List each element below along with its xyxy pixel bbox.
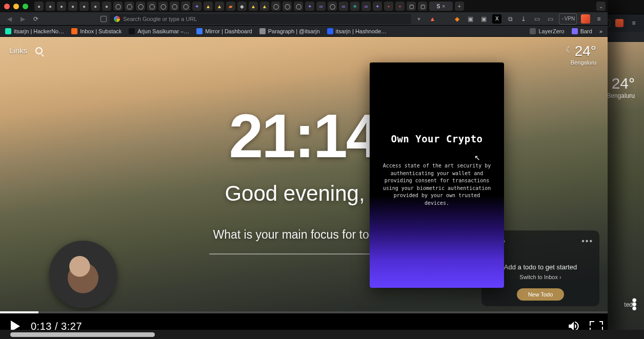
crypto-extension-popover[interactable]: Own Your Crypto Access state of the art … <box>370 62 504 288</box>
shiled-icon[interactable]: ▾ <box>414 14 424 24</box>
bookmark-overflow[interactable]: » <box>599 28 602 34</box>
tab-favicon[interactable]: ▢ <box>407 2 416 11</box>
bookmark-item[interactable]: Arjun Sasikumar –… <box>129 28 189 34</box>
bookmark-label: itsarjn | HackerNo… <box>14 28 64 34</box>
cursor-icon: ↖ <box>474 154 480 162</box>
tab-favicon[interactable]: ● <box>34 2 44 11</box>
links-bar: Links <box>9 46 43 55</box>
horizontal-scrollbar[interactable] <box>0 330 644 339</box>
tab-favicon[interactable]: ◯ <box>158 2 168 11</box>
bookmark-folder[interactable]: LayerZero <box>530 28 564 34</box>
wallet-icon[interactable]: ▭ <box>532 14 541 24</box>
bookmark-item[interactable]: itsarjn | Hashnode… <box>327 28 387 34</box>
address-bar[interactable]: Search Google or type a URL <box>110 14 411 24</box>
bookmark-item[interactable]: Bard <box>572 28 592 34</box>
bookmark-item[interactable]: Paragraph | @itsarjn <box>259 28 320 34</box>
fullscreen-button[interactable] <box>585 322 608 330</box>
tab-favicon[interactable]: ▲ <box>204 2 213 11</box>
back-button[interactable]: ◀ <box>4 14 14 24</box>
tab-favicon[interactable]: ▲ <box>249 2 258 11</box>
tab-favicon[interactable]: ▪ <box>395 2 405 11</box>
toolbar-actions: ▾ ▲ ◆ ▣ ▣ X ⧉ ⤓ ▭ ▭ ◦ VPN ≡ <box>414 13 603 25</box>
tab-favicon[interactable]: ∞ <box>361 2 371 11</box>
tab-favicon[interactable]: ● <box>91 2 100 11</box>
tab-favicon[interactable]: ◯ <box>136 2 145 11</box>
window-maximize-icon[interactable] <box>23 4 28 9</box>
temperature-value: 24° <box>612 75 635 92</box>
inner-tabstrip: ● ● ● ● ● ● ● ◯ ◯ ◯ ◯ ◯ ◯ ◯ ✦ ▲ ▲ ▰ ◆ ▲ … <box>0 0 608 12</box>
scrollbar-thumb[interactable] <box>10 332 155 337</box>
window-minimize-icon[interactable] <box>13 4 19 9</box>
tab-favicon[interactable]: ✦ <box>305 2 314 11</box>
sidebar-toggle-icon[interactable] <box>100 16 107 22</box>
ext-metamask-icon[interactable]: ◆ <box>452 14 461 24</box>
tab-add[interactable]: + <box>455 2 464 11</box>
tab-favicon[interactable]: ◯ <box>125 2 134 11</box>
tab-favicon[interactable]: ◯ <box>328 2 337 11</box>
tab-selected[interactable]: S × <box>429 2 453 11</box>
bookmark-item[interactable]: Inbox | Substack <box>71 28 122 34</box>
tab-favicon[interactable]: ● <box>79 2 89 11</box>
tab-favicon[interactable]: ● <box>46 2 55 11</box>
tab-favicon[interactable]: ▲ <box>215 2 224 11</box>
tab-favicon[interactable]: ◯ <box>271 2 280 11</box>
tab-favicon[interactable]: ◯ <box>294 2 303 11</box>
new-todo-button[interactable]: New Todo <box>517 288 564 301</box>
favicon-icon <box>572 28 578 34</box>
popover-body: Access state of the art security by auth… <box>380 162 494 207</box>
reload-button[interactable]: ⟳ <box>31 14 41 24</box>
tab-favicon[interactable]: ◯ <box>181 2 190 11</box>
chevron-down-icon: ⌄ <box>599 4 603 9</box>
tab-favicon[interactable]: ▪ <box>384 2 393 11</box>
tab-favicon[interactable]: ▲ <box>260 2 269 11</box>
tab-favicon[interactable]: ◯ <box>113 2 123 11</box>
menu-button[interactable]: ≡ <box>629 18 639 28</box>
tab-favicon[interactable]: ◯ <box>170 2 179 11</box>
clock-time: 21:14 <box>229 100 379 171</box>
forward-button[interactable]: ▶ <box>17 14 28 24</box>
search-icon[interactable] <box>35 47 43 54</box>
window-icon[interactable]: ▭ <box>546 14 555 24</box>
greeting-text: Good evening, a <box>225 181 383 206</box>
bookmark-label: Paragraph | @itsarjn <box>268 28 320 34</box>
weather-city: Bengaluru <box>566 59 596 66</box>
download-icon[interactable]: ⤓ <box>519 14 528 24</box>
tab-favicon[interactable]: ● <box>68 2 77 11</box>
tab-favicon[interactable]: ● <box>102 2 111 11</box>
tab-favicon[interactable]: ✦ <box>192 2 202 11</box>
tab-favicon[interactable]: ∞ <box>339 2 348 11</box>
brave-shield-icon[interactable]: ▲ <box>428 14 437 24</box>
bookmark-item[interactable]: itsarjn | HackerNo… <box>5 28 64 34</box>
tab-favicon[interactable]: ◯ <box>283 2 292 11</box>
links-menu[interactable]: Links <box>9 46 27 55</box>
tab-favicon[interactable]: ✳ <box>350 2 359 11</box>
tab-favicon[interactable]: ◆ <box>237 2 247 11</box>
weather-widget[interactable]: ☾24° Bengaluru <box>566 43 596 66</box>
close-icon[interactable]: × <box>442 3 445 9</box>
tab-overflow[interactable]: ⌄ <box>596 2 606 11</box>
address-placeholder: Search Google or type a URL <box>123 16 197 22</box>
avatar[interactable] <box>49 241 117 308</box>
bookmark-item[interactable]: Mirror | Dashboard <box>196 28 252 34</box>
extensions-icon[interactable]: ⧉ <box>506 14 515 24</box>
tab-favicon[interactable]: ▢ <box>418 2 427 11</box>
traffic-lights <box>2 4 32 9</box>
video-overflow-menu[interactable]: ••• <box>632 298 637 310</box>
ext-icon[interactable]: ▣ <box>479 14 488 24</box>
vpn-badge[interactable]: ◦ VPN <box>559 13 577 25</box>
tab-favicon[interactable]: ◯ <box>147 2 156 11</box>
favicon-icon <box>259 28 266 34</box>
tab-favicon[interactable]: ● <box>57 2 66 11</box>
brave-icon[interactable] <box>615 19 623 27</box>
tab-favicon[interactable]: ▰ <box>226 2 235 11</box>
ext-icon[interactable]: ▣ <box>466 14 475 24</box>
menu-button[interactable]: ≡ <box>594 14 603 24</box>
tab-favicon[interactable]: ∞ <box>316 2 326 11</box>
ext-icon[interactable]: X <box>492 14 501 24</box>
todo-menu[interactable]: ••• <box>581 237 593 246</box>
bookmark-label: LayerZero <box>538 28 564 34</box>
window-close-icon[interactable] <box>4 4 10 9</box>
brave-icon[interactable] <box>581 14 590 24</box>
tab-favicon[interactable]: ✦ <box>373 2 382 11</box>
focus-prompt[interactable]: What is your main focus for today? <box>213 227 394 241</box>
